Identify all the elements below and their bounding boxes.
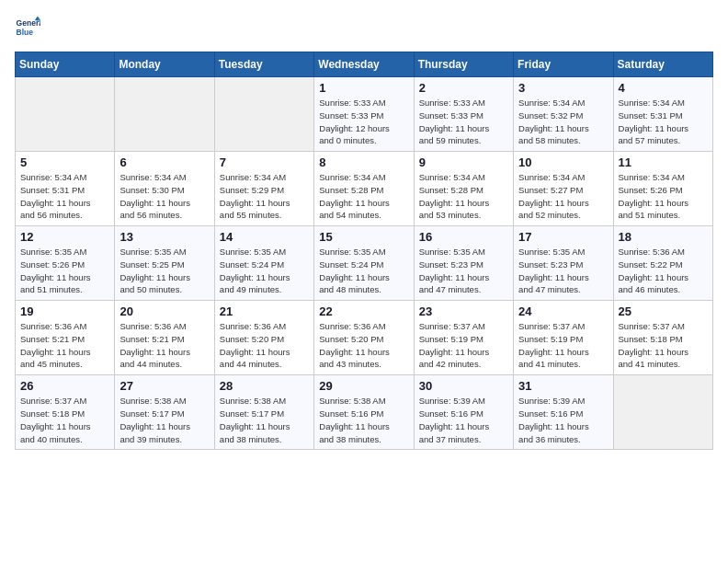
calendar-day: 13Sunrise: 5:35 AM Sunset: 5:25 PM Dayli…	[115, 226, 214, 301]
day-number: 12	[20, 230, 109, 244]
day-info: Sunrise: 5:35 AM Sunset: 5:24 PM Dayligh…	[220, 246, 309, 296]
day-number: 15	[319, 230, 408, 244]
day-info: Sunrise: 5:38 AM Sunset: 5:17 PM Dayligh…	[220, 395, 309, 445]
calendar-day	[214, 77, 313, 152]
calendar-day: 8Sunrise: 5:34 AM Sunset: 5:28 PM Daylig…	[314, 152, 414, 226]
day-info: Sunrise: 5:34 AM Sunset: 5:28 PM Dayligh…	[419, 171, 508, 222]
day-info: Sunrise: 5:39 AM Sunset: 5:16 PM Dayligh…	[419, 395, 508, 445]
calendar-day: 10Sunrise: 5:34 AM Sunset: 5:27 PM Dayli…	[514, 152, 613, 226]
day-number: 31	[518, 379, 608, 393]
calendar-day: 18Sunrise: 5:36 AM Sunset: 5:22 PM Dayli…	[613, 226, 712, 301]
header-wednesday: Wednesday	[314, 52, 414, 77]
calendar-day: 7Sunrise: 5:34 AM Sunset: 5:29 PM Daylig…	[214, 152, 313, 226]
calendar-day: 4Sunrise: 5:34 AM Sunset: 5:31 PM Daylig…	[613, 77, 712, 152]
day-number: 26	[20, 379, 109, 393]
day-number: 8	[319, 155, 408, 169]
svg-text:Blue: Blue	[17, 28, 34, 37]
header-saturday: Saturday	[613, 52, 712, 77]
calendar-day: 27Sunrise: 5:38 AM Sunset: 5:17 PM Dayli…	[115, 375, 214, 450]
day-number: 28	[220, 379, 309, 393]
day-info: Sunrise: 5:36 AM Sunset: 5:21 PM Dayligh…	[119, 320, 209, 371]
day-number: 20	[119, 304, 209, 318]
calendar-day: 3Sunrise: 5:34 AM Sunset: 5:32 PM Daylig…	[514, 77, 613, 152]
day-info: Sunrise: 5:34 AM Sunset: 5:32 PM Dayligh…	[518, 97, 608, 147]
calendar-day: 16Sunrise: 5:35 AM Sunset: 5:23 PM Dayli…	[414, 226, 513, 301]
header-monday: Monday	[115, 52, 214, 77]
calendar-day: 12Sunrise: 5:35 AM Sunset: 5:26 PM Dayli…	[16, 226, 115, 301]
page-header: General Blue	[15, 15, 713, 40]
day-info: Sunrise: 5:37 AM Sunset: 5:18 PM Dayligh…	[619, 320, 708, 371]
day-number: 25	[619, 304, 708, 318]
day-number: 22	[319, 304, 408, 318]
day-info: Sunrise: 5:33 AM Sunset: 5:33 PM Dayligh…	[319, 97, 408, 147]
day-info: Sunrise: 5:36 AM Sunset: 5:20 PM Dayligh…	[220, 320, 309, 371]
day-number: 7	[220, 155, 309, 169]
calendar-day: 25Sunrise: 5:37 AM Sunset: 5:18 PM Dayli…	[613, 301, 712, 375]
calendar-week-5: 26Sunrise: 5:37 AM Sunset: 5:18 PM Dayli…	[16, 375, 713, 450]
day-info: Sunrise: 5:33 AM Sunset: 5:33 PM Dayligh…	[419, 97, 508, 147]
day-number: 13	[119, 230, 209, 244]
day-info: Sunrise: 5:35 AM Sunset: 5:26 PM Dayligh…	[20, 246, 109, 296]
calendar-day: 31Sunrise: 5:39 AM Sunset: 5:16 PM Dayli…	[514, 375, 613, 450]
calendar-day: 1Sunrise: 5:33 AM Sunset: 5:33 PM Daylig…	[314, 77, 414, 152]
calendar-day: 22Sunrise: 5:36 AM Sunset: 5:20 PM Dayli…	[314, 301, 414, 375]
day-info: Sunrise: 5:36 AM Sunset: 5:20 PM Dayligh…	[319, 320, 408, 371]
calendar-day	[613, 375, 712, 450]
calendar-day: 29Sunrise: 5:38 AM Sunset: 5:16 PM Dayli…	[314, 375, 414, 450]
day-number: 27	[119, 379, 209, 393]
calendar-week-4: 19Sunrise: 5:36 AM Sunset: 5:21 PM Dayli…	[16, 301, 713, 375]
day-info: Sunrise: 5:34 AM Sunset: 5:30 PM Dayligh…	[119, 171, 209, 222]
day-number: 24	[518, 304, 608, 318]
day-info: Sunrise: 5:34 AM Sunset: 5:27 PM Dayligh…	[518, 171, 608, 222]
calendar-day: 14Sunrise: 5:35 AM Sunset: 5:24 PM Dayli…	[214, 226, 313, 301]
day-number: 30	[419, 379, 508, 393]
day-info: Sunrise: 5:34 AM Sunset: 5:31 PM Dayligh…	[20, 171, 109, 222]
day-number: 29	[319, 379, 408, 393]
calendar-day: 30Sunrise: 5:39 AM Sunset: 5:16 PM Dayli…	[414, 375, 513, 450]
calendar-day: 2Sunrise: 5:33 AM Sunset: 5:33 PM Daylig…	[414, 77, 513, 152]
day-number: 5	[20, 155, 109, 169]
calendar-day: 11Sunrise: 5:34 AM Sunset: 5:26 PM Dayli…	[613, 152, 712, 226]
calendar-day: 26Sunrise: 5:37 AM Sunset: 5:18 PM Dayli…	[16, 375, 115, 450]
calendar-day: 20Sunrise: 5:36 AM Sunset: 5:21 PM Dayli…	[115, 301, 214, 375]
day-number: 2	[419, 81, 508, 95]
calendar-day: 28Sunrise: 5:38 AM Sunset: 5:17 PM Dayli…	[214, 375, 313, 450]
calendar-week-3: 12Sunrise: 5:35 AM Sunset: 5:26 PM Dayli…	[16, 226, 713, 301]
header-friday: Friday	[514, 52, 613, 77]
header-sunday: Sunday	[16, 52, 115, 77]
day-info: Sunrise: 5:38 AM Sunset: 5:16 PM Dayligh…	[319, 395, 408, 445]
day-info: Sunrise: 5:39 AM Sunset: 5:16 PM Dayligh…	[518, 395, 608, 445]
calendar-day: 6Sunrise: 5:34 AM Sunset: 5:30 PM Daylig…	[115, 152, 214, 226]
calendar-day: 23Sunrise: 5:37 AM Sunset: 5:19 PM Dayli…	[414, 301, 513, 375]
day-info: Sunrise: 5:38 AM Sunset: 5:17 PM Dayligh…	[119, 395, 209, 445]
day-info: Sunrise: 5:37 AM Sunset: 5:18 PM Dayligh…	[20, 395, 109, 445]
day-info: Sunrise: 5:36 AM Sunset: 5:22 PM Dayligh…	[619, 246, 708, 296]
day-info: Sunrise: 5:34 AM Sunset: 5:26 PM Dayligh…	[619, 171, 708, 222]
day-info: Sunrise: 5:35 AM Sunset: 5:23 PM Dayligh…	[419, 246, 508, 296]
day-info: Sunrise: 5:35 AM Sunset: 5:23 PM Dayligh…	[518, 246, 608, 296]
day-info: Sunrise: 5:37 AM Sunset: 5:19 PM Dayligh…	[419, 320, 508, 371]
day-number: 9	[419, 155, 508, 169]
day-number: 11	[619, 155, 708, 169]
calendar-day	[115, 77, 214, 152]
day-number: 10	[518, 155, 608, 169]
header-thursday: Thursday	[414, 52, 513, 77]
calendar-header-row: SundayMondayTuesdayWednesdayThursdayFrid…	[16, 52, 713, 77]
calendar-week-2: 5Sunrise: 5:34 AM Sunset: 5:31 PM Daylig…	[16, 152, 713, 226]
calendar-day: 24Sunrise: 5:37 AM Sunset: 5:19 PM Dayli…	[514, 301, 613, 375]
calendar-day: 9Sunrise: 5:34 AM Sunset: 5:28 PM Daylig…	[414, 152, 513, 226]
calendar-day: 5Sunrise: 5:34 AM Sunset: 5:31 PM Daylig…	[16, 152, 115, 226]
logo: General Blue	[15, 15, 44, 40]
day-info: Sunrise: 5:34 AM Sunset: 5:31 PM Dayligh…	[619, 97, 708, 147]
day-number: 17	[518, 230, 608, 244]
day-info: Sunrise: 5:34 AM Sunset: 5:29 PM Dayligh…	[220, 171, 309, 222]
day-info: Sunrise: 5:36 AM Sunset: 5:21 PM Dayligh…	[20, 320, 109, 371]
day-number: 14	[220, 230, 309, 244]
day-info: Sunrise: 5:34 AM Sunset: 5:28 PM Dayligh…	[319, 171, 408, 222]
day-number: 16	[419, 230, 508, 244]
day-number: 19	[20, 304, 109, 318]
logo-icon: General Blue	[15, 15, 40, 40]
day-number: 3	[518, 81, 608, 95]
day-number: 18	[619, 230, 708, 244]
day-info: Sunrise: 5:35 AM Sunset: 5:25 PM Dayligh…	[119, 246, 209, 296]
